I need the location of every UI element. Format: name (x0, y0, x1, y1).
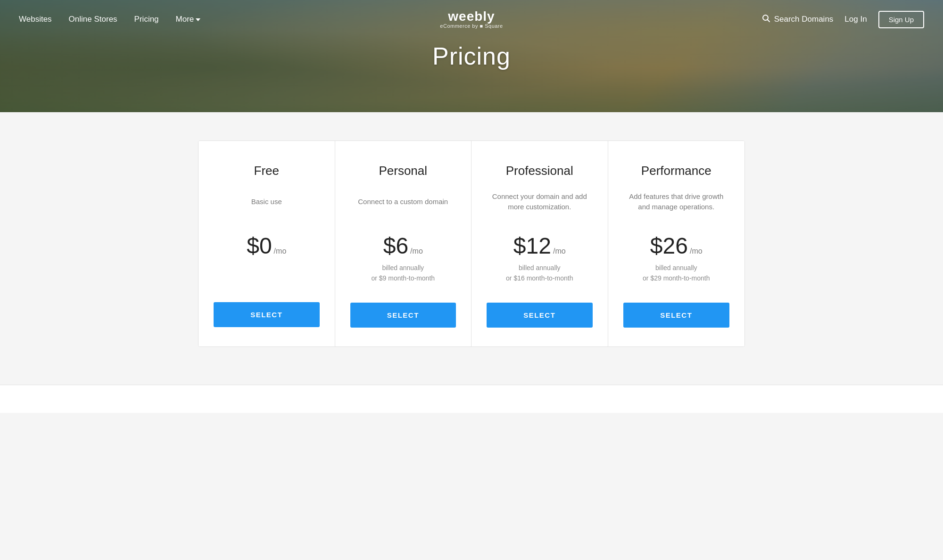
select-button-professional[interactable]: SELECT (487, 303, 593, 328)
pricing-card-professional: Professional Connect your domain and add… (472, 141, 608, 346)
pricing-card-free: Free Basic use $0 /mo SELECT (199, 141, 335, 346)
plan-price-professional: $12 (513, 233, 551, 259)
pricing-grid: Free Basic use $0 /mo SELECT Personal Co… (198, 140, 745, 347)
plan-price-personal: $6 (383, 233, 408, 259)
svg-line-1 (767, 19, 769, 22)
logo-subtext: eCommerce by ■ Square (440, 23, 503, 29)
pricing-section: Free Basic use $0 /mo SELECT Personal Co… (0, 112, 943, 385)
plan-price-performance: $26 (650, 233, 688, 259)
plan-per-mo-performance: /mo (690, 247, 703, 255)
nav-link-more[interactable]: More (176, 15, 201, 24)
nav-link-online-stores[interactable]: Online Stores (69, 15, 117, 24)
plan-per-mo-professional: /mo (553, 247, 566, 255)
nav-left-links: Websites Online Stores Pricing More (19, 15, 200, 24)
nav-logo[interactable]: weebly eCommerce by ■ Square (440, 10, 503, 29)
select-button-free[interactable]: SELECT (214, 302, 320, 327)
plan-billing-personal: billed annually or $9 month-to-month (371, 263, 435, 284)
plan-description-professional: Connect your domain and add more customi… (487, 188, 593, 216)
plan-price-free: $0 (247, 233, 272, 259)
login-link[interactable]: Log In (844, 15, 867, 24)
bottom-area (0, 385, 943, 413)
plan-name-personal: Personal (379, 164, 427, 178)
nav-link-pricing[interactable]: Pricing (134, 15, 159, 24)
plan-name-performance: Performance (641, 164, 711, 178)
plan-description-personal: Connect to a custom domain (358, 188, 448, 216)
plan-per-mo-free: /mo (274, 247, 287, 255)
plan-name-free: Free (254, 164, 279, 178)
chevron-down-icon (196, 18, 200, 21)
pricing-card-personal: Personal Connect to a custom domain $6 /… (335, 141, 472, 346)
search-domains-link[interactable]: Search Domains (762, 14, 834, 25)
plan-price-row-free: $0 /mo (247, 233, 286, 259)
plan-billing-professional: billed annually or $16 month-to-month (506, 263, 573, 284)
nav-link-websites[interactable]: Websites (19, 15, 52, 24)
nav-right-actions: Search Domains Log In Sign Up (762, 11, 924, 28)
logo-text: weebly (448, 10, 495, 23)
signup-button[interactable]: Sign Up (878, 11, 924, 28)
search-icon (762, 14, 770, 25)
plan-per-mo-personal: /mo (410, 247, 423, 255)
select-button-performance[interactable]: SELECT (623, 303, 730, 328)
plan-price-row-professional: $12 /mo (513, 233, 566, 259)
plan-description-performance: Add features that drive growth and manag… (623, 188, 730, 216)
plan-price-row-personal: $6 /mo (383, 233, 423, 259)
hero-title: Pricing (432, 42, 511, 70)
plan-billing-performance: billed annually or $29 month-to-month (643, 263, 710, 284)
plan-price-row-performance: $26 /mo (650, 233, 703, 259)
plan-name-professional: Professional (506, 164, 573, 178)
select-button-personal[interactable]: SELECT (350, 303, 456, 328)
pricing-card-performance: Performance Add features that drive grow… (608, 141, 745, 346)
plan-description-free: Basic use (251, 188, 282, 216)
navigation: Websites Online Stores Pricing More weeb… (0, 0, 943, 39)
